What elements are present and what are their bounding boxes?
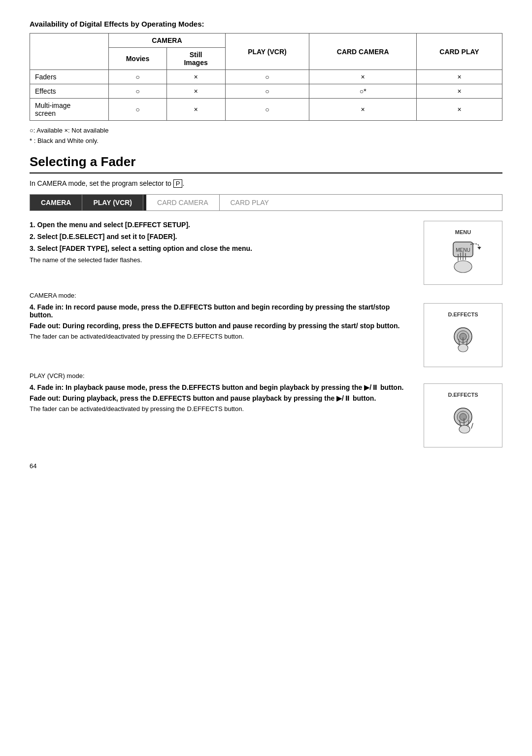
step-3: 3. Select [FADER TYPE], select a setting… [30, 244, 414, 252]
table-title: Availability of Digital Effects by Opera… [30, 20, 502, 28]
deffects-camera-icon [441, 319, 485, 359]
multiimage-play-vcr: ○ [225, 99, 309, 121]
deffects-camera-image: D.EFFECTS [424, 303, 502, 367]
faders-still: × [166, 70, 225, 84]
card-camera-header: CARD CAMERA [309, 34, 417, 70]
step4-camera-bold: 4. Fade in: In record pause mode, press … [30, 303, 414, 319]
legend-available: ○: Available ×: Not available [30, 127, 502, 134]
step-note: The name of the selected fader flashes. [30, 256, 414, 264]
availability-table: CAMERA PLAY (VCR) CARD CAMERA CARD PLAY … [30, 33, 502, 121]
step4-camera-section: 4. Fade in: In record pause mode, press … [30, 303, 502, 367]
tab-camera[interactable]: CAMERA [30, 195, 82, 210]
movies-subheader: Movies [109, 48, 166, 70]
faders-movies: ○ [109, 70, 166, 84]
step-2: 2. Select [D.E.SELECT] and set it to [FA… [30, 233, 414, 241]
faders-label: Faders [30, 70, 109, 84]
svg-point-2 [454, 261, 472, 273]
card-play-header: CARD PLAY [416, 34, 502, 70]
effects-card-play: × [416, 84, 502, 99]
faders-card-camera: × [309, 70, 417, 84]
multiimage-card-camera: × [309, 99, 417, 121]
svg-point-17 [460, 413, 466, 420]
deffects-play-image: D.EFFECTS [424, 383, 502, 447]
availability-section: Availability of Digital Effects by Opera… [30, 20, 502, 144]
multiimage-label: Multi-imagescreen [30, 99, 109, 121]
faders-play-vcr: ○ [225, 70, 309, 84]
steps-1-3-container: 1. Open the menu and select [D.EFFECT SE… [30, 221, 502, 285]
mode-instruction: In CAMERA mode, set the program selector… [30, 179, 502, 187]
multiimage-movies: ○ [109, 99, 166, 121]
step4-play-note: The fader can be activated/deactivated b… [30, 405, 414, 412]
play-vcr-header: PLAY (VCR) [225, 34, 309, 70]
menu-icon: MENU [441, 237, 485, 276]
effects-label: Effects [30, 84, 109, 99]
table-row: Multi-imagescreen ○ × ○ × × [30, 99, 502, 121]
menu-image: MENU MENU [424, 221, 502, 285]
step4-camera-note: The fader can be activated/deactivated b… [30, 333, 414, 340]
step4-play-section: 4. Fade in: In playback pause mode, pres… [30, 383, 502, 447]
play-vcr-mode-label: PLAY (VCR) mode: [30, 372, 502, 379]
steps-text: 1. Open the menu and select [D.EFFECT SE… [30, 221, 414, 285]
camera-header: CAMERA [109, 34, 225, 48]
table-row: Effects ○ × ○ ○* × [30, 84, 502, 99]
step4-play-text: 4. Fade in: In playback pause mode, pres… [30, 383, 414, 447]
step4-camera-text: 4. Fade in: In record pause mode, press … [30, 303, 414, 367]
svg-line-22 [471, 423, 473, 428]
faders-card-play: × [416, 70, 502, 84]
step4-play-bold: 4. Fade in: In playback pause mode, pres… [30, 383, 414, 391]
effects-play-vcr: ○ [225, 84, 309, 99]
tab-card-play[interactable]: CARD PLAY [220, 195, 280, 210]
effects-movies: ○ [109, 84, 166, 99]
deffects-play-icon [441, 400, 485, 439]
table-row: Faders ○ × ○ × × [30, 70, 502, 84]
mode-tabs-bar: CAMERA PLAY (VCR) CARD CAMERA CARD PLAY [30, 194, 502, 211]
fader-title: Selecting a Fader [30, 154, 502, 173]
effects-still: × [166, 84, 225, 99]
empty-header [30, 34, 109, 70]
step-1: 1. Open the menu and select [D.EFFECT SE… [30, 221, 414, 229]
still-subheader: StillImages [166, 48, 225, 70]
legend-note: * : Black and White only. [30, 137, 502, 144]
step4-play-fadeout: Fade out: During playback, press the D.E… [30, 394, 414, 402]
multiimage-still: × [166, 99, 225, 121]
effects-card-camera: ○* [309, 84, 417, 99]
page-number: 64 [30, 462, 502, 470]
tab-play-vcr[interactable]: PLAY (VCR) [82, 195, 143, 210]
program-selector-p: P [173, 179, 183, 188]
fader-section: Selecting a Fader In CAMERA mode, set th… [30, 154, 502, 447]
camera-mode-label: CAMERA mode: [30, 292, 502, 299]
multiimage-card-play: × [416, 99, 502, 121]
tab-card-camera[interactable]: CARD CAMERA [146, 195, 219, 210]
svg-marker-7 [477, 247, 481, 249]
step4-camera-fadeout: Fade out: During recording, press the D.… [30, 322, 414, 330]
